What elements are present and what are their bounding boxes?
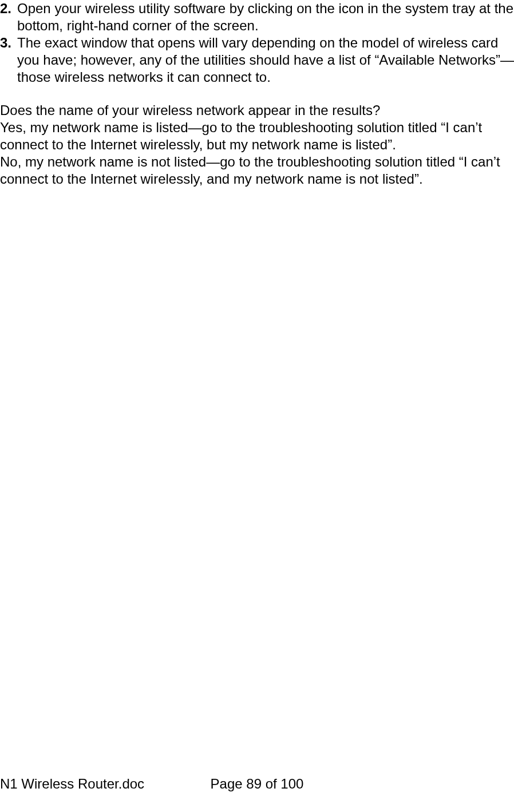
document-content: 2. Open your wireless utility software b… [0, 0, 514, 188]
list-number: 3. [0, 34, 17, 86]
list-text: The exact window that opens will vary de… [17, 34, 514, 86]
list-number: 2. [0, 0, 17, 34]
body-paragraph: Does the name of your wireless network a… [0, 102, 514, 188]
footer-page-number: Page 89 of 100 [0, 775, 514, 793]
list-text: Open your wireless utility software by c… [17, 0, 514, 34]
list-item-3: 3. The exact window that opens will vary… [0, 34, 514, 86]
list-item-2: 2. Open your wireless utility software b… [0, 0, 514, 34]
no-answer: No, my network name is not listed—go to … [0, 153, 514, 188]
page-footer: N1 Wireless Router.doc Page 89 of 100 [0, 775, 514, 793]
question-text: Does the name of your wireless network a… [0, 102, 514, 119]
yes-answer: Yes, my network name is listed—go to the… [0, 119, 514, 153]
